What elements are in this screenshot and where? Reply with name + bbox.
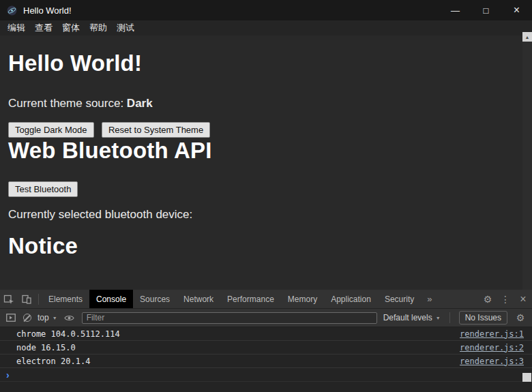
hello-heading: Hello World! (8, 35, 532, 76)
close-button[interactable]: × (501, 0, 532, 20)
bluetooth-buttons-row: Test Bluetooth (8, 181, 532, 197)
bluetooth-device-line: Currently selected bluetooth device: (8, 208, 532, 222)
app-icon (7, 5, 17, 16)
console-message-text: node 16.15.0 (16, 343, 76, 352)
menu-item-window[interactable]: 窗体 (57, 20, 85, 35)
notice-heading: Notice (8, 233, 532, 259)
tab-security[interactable]: Security (378, 290, 421, 308)
minimize-button[interactable]: — (440, 0, 471, 20)
console-message-row: node 16.15.0 renderer.js:2 (0, 341, 532, 355)
devtools-panel: Elements Console Sources Network Perform… (0, 290, 532, 392)
window-controls: — □ × (440, 0, 532, 20)
console-source-link[interactable]: renderer.js:2 (460, 343, 524, 352)
console-message-row: electron 20.1.4 renderer.js:3 (0, 355, 532, 368)
scroll-up-button[interactable]: ▲ (522, 32, 532, 42)
devtools-tab-bar: Elements Console Sources Network Perform… (0, 290, 532, 309)
bluetooth-heading: Web Bluetooth API (8, 138, 532, 164)
console-filter-input[interactable] (82, 312, 377, 324)
console-message-text: chrome 104.0.5112.114 (16, 329, 120, 339)
log-levels-label: Default levels (383, 313, 432, 322)
tab-sources[interactable]: Sources (133, 290, 177, 308)
tab-network[interactable]: Network (177, 290, 220, 308)
menu-item-test[interactable]: 测试 (112, 20, 139, 35)
console-sidebar-icon[interactable] (5, 314, 17, 322)
theme-source-label: Current theme source: (8, 97, 127, 110)
toggle-dark-mode-button[interactable]: Toggle Dark Mode (8, 122, 94, 138)
devtools-menu-icon[interactable]: ⋮ (497, 290, 514, 308)
inspect-element-icon[interactable] (0, 290, 18, 308)
console-message-row: chrome 104.0.5112.114 renderer.js:1 (0, 327, 532, 341)
tab-memory[interactable]: Memory (281, 290, 324, 308)
menu-item-edit[interactable]: 编辑 (3, 20, 30, 35)
menu-item-help[interactable]: 帮助 (85, 20, 112, 35)
tab-elements[interactable]: Elements (42, 290, 89, 308)
console-message-text: electron 20.1.4 (16, 357, 90, 366)
reset-theme-button[interactable]: Reset to System Theme (102, 122, 210, 138)
console-toolbar: top ▼ Default levels ▼ No Issues ⚙ (0, 309, 532, 327)
console-settings-gear-icon[interactable]: ⚙ (514, 312, 527, 323)
toolbar-divider (449, 312, 450, 323)
clear-console-icon[interactable] (23, 314, 31, 322)
settings-gear-icon[interactable]: ⚙ (479, 290, 497, 308)
page-content: Hello World! Current theme source: Dark … (0, 35, 532, 290)
context-selector-label: top (38, 313, 49, 322)
console-prompt[interactable]: › (0, 368, 532, 382)
console-source-link[interactable]: renderer.js:3 (460, 357, 524, 366)
tab-application[interactable]: Application (324, 290, 378, 308)
live-expression-eye-icon[interactable] (63, 314, 76, 322)
chevron-down-icon: ▼ (436, 316, 441, 320)
theme-buttons-row: Toggle Dark Mode Reset to System Theme (8, 122, 532, 138)
more-tabs-icon[interactable]: » (421, 290, 438, 308)
no-issues-button[interactable]: No Issues (459, 311, 507, 325)
tab-console[interactable]: Console (89, 290, 133, 308)
tab-performance[interactable]: Performance (220, 290, 281, 308)
theme-source-value: Dark (127, 97, 153, 110)
menu-item-view[interactable]: 查看 (30, 20, 57, 35)
test-bluetooth-button[interactable]: Test Bluetooth (8, 181, 78, 197)
console-scrollbar-button[interactable] (522, 373, 531, 382)
context-selector[interactable]: top ▼ (38, 313, 57, 322)
log-levels-selector[interactable]: Default levels ▼ (383, 313, 441, 322)
console-output: chrome 104.0.5112.114 renderer.js:1 node… (0, 327, 532, 392)
theme-source-line: Current theme source: Dark (8, 97, 532, 110)
devtools-close-icon[interactable]: × (514, 290, 532, 308)
menu-bar: 编辑 查看 窗体 帮助 测试 (0, 20, 532, 35)
toolbar-divider (38, 294, 39, 305)
chevron-down-icon: ▼ (53, 316, 57, 320)
console-source-link[interactable]: renderer.js:1 (460, 329, 524, 339)
maximize-button[interactable]: □ (471, 0, 501, 20)
device-toolbar-icon[interactable] (18, 290, 35, 308)
content-scrollbar[interactable]: ▲ (522, 32, 532, 290)
title-bar: Hello World! — □ × (0, 0, 532, 20)
window-title: Hello World! (23, 5, 72, 16)
devtools-right-controls: ⚙ ⋮ × (479, 290, 532, 308)
prompt-chevron-icon: › (6, 370, 10, 380)
